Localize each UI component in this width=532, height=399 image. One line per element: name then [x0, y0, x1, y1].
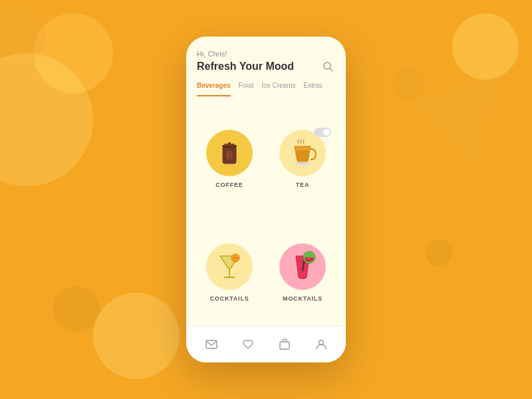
heart-nav-button[interactable]: [241, 337, 255, 352]
header-row: Refresh Your Mood: [197, 59, 335, 74]
mail-icon: [205, 338, 217, 350]
tab-food[interactable]: Food: [239, 82, 254, 92]
phone-screen: Hi, Chris! Refresh Your Mood Beverages F…: [186, 37, 346, 326]
search-icon: [323, 61, 333, 72]
heart-icon: [242, 338, 254, 350]
svg-point-16: [309, 260, 310, 261]
tea-item[interactable]: TEA: [270, 106, 335, 212]
cocktails-item[interactable]: COCKTAILS: [197, 220, 262, 327]
tea-icon: [287, 137, 319, 169]
bottom-navigation: [186, 326, 346, 362]
mocktail-icon: [287, 251, 319, 283]
tab-extras[interactable]: Extras: [304, 82, 323, 92]
coffee-icon: [213, 137, 245, 169]
user-nav-button[interactable]: [314, 337, 329, 352]
tea-label: TEA: [296, 182, 309, 188]
svg-line-1: [330, 68, 332, 71]
tea-toggle[interactable]: [314, 128, 331, 137]
tab-ice-creams[interactable]: Ice Creams: [261, 82, 295, 92]
mocktail-icon-circle: [279, 243, 326, 290]
mocktails-item[interactable]: MOCKTAILS: [270, 220, 335, 327]
coffee-label: COFFEE: [215, 182, 243, 188]
mocktails-label: MOCKTAILS: [283, 295, 323, 302]
coffee-item[interactable]: COFFEE: [197, 106, 262, 212]
greeting-text: Hi, Chris!: [197, 50, 335, 58]
phone-frame: Hi, Chris! Refresh Your Mood Beverages F…: [186, 37, 346, 362]
tab-beverages[interactable]: Beverages: [197, 82, 231, 96]
search-button[interactable]: [321, 59, 335, 74]
svg-rect-19: [280, 342, 289, 349]
bag-nav-button[interactable]: [277, 337, 292, 352]
category-tabs: Beverages Food Ice Creams Extras: [197, 82, 335, 96]
page-title: Refresh Your Mood: [197, 61, 294, 72]
user-icon: [315, 338, 327, 350]
svg-point-17: [311, 259, 313, 260]
coffee-icon-circle: [206, 130, 253, 176]
bag-icon: [279, 338, 291, 350]
mail-nav-button[interactable]: [204, 337, 219, 352]
cocktail-icon: [213, 251, 245, 283]
cocktail-icon-circle: [206, 243, 253, 290]
svg-point-7: [293, 162, 312, 166]
svg-point-6: [228, 142, 231, 145]
beverage-grid: COFFEE: [197, 106, 335, 326]
svg-point-15: [306, 259, 307, 261]
svg-rect-18: [206, 340, 217, 348]
cocktails-label: COCKTAILS: [209, 295, 249, 302]
